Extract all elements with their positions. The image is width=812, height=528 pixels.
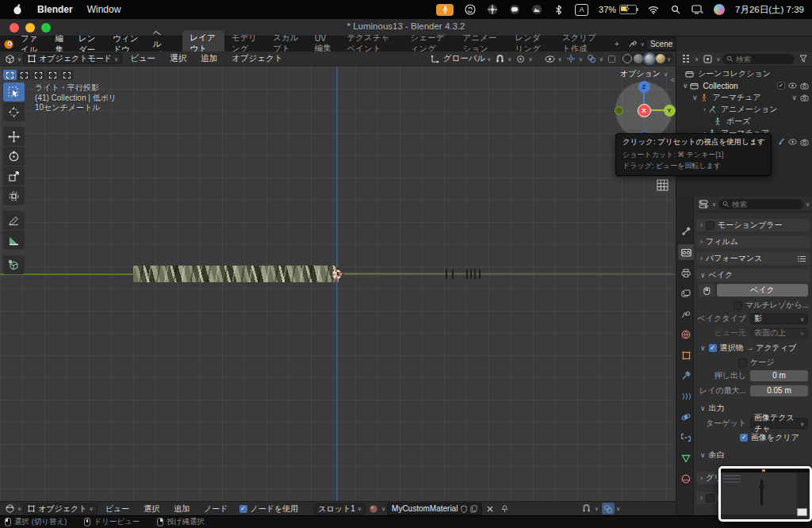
viewport-3d[interactable]: ライト・平行投影 (41) Collection | 低ポリ 10センチメートル… <box>0 67 676 501</box>
panel-motion-blur[interactable]: › モーションブラー <box>696 219 810 231</box>
xray-toggle-button[interactable] <box>606 53 619 65</box>
outliner-row-collection[interactable]: ∨ Collection ✓ <box>676 80 812 91</box>
outliner-search[interactable] <box>722 54 795 64</box>
tool-transform-button[interactable] <box>3 186 25 205</box>
snap-node-dropdown[interactable]: ∨ <box>580 503 599 515</box>
selected-to-active-row[interactable]: ∨ ✓ 選択物 → アクティブ <box>694 342 812 354</box>
pin-icon[interactable] <box>498 503 511 515</box>
tool-scale-button[interactable] <box>3 166 25 186</box>
search-icon[interactable] <box>669 4 681 16</box>
viewport-menu-view[interactable]: ビュー <box>124 53 162 64</box>
blender-logo-icon[interactable] <box>3 38 14 50</box>
menubar-app-name[interactable]: Blender <box>37 4 73 15</box>
properties-search-input[interactable] <box>732 200 799 209</box>
shader-menu-select[interactable]: 選択 <box>137 503 166 515</box>
select-mode-extend-button[interactable] <box>17 70 31 80</box>
mesh-object-lowpoly[interactable] <box>133 266 339 282</box>
select-mode-intersect-button[interactable] <box>60 70 74 80</box>
orthographic-toggle-button[interactable] <box>657 179 669 191</box>
apple-icon[interactable] <box>11 4 23 16</box>
multires-checkbox[interactable] <box>733 301 742 310</box>
clear-image-checkbox[interactable]: ✓ <box>740 434 748 442</box>
input-source-icon[interactable]: A <box>575 4 588 16</box>
outliner-display-mode-icon[interactable] <box>701 53 714 65</box>
gizmos-dropdown[interactable]: ∨ <box>565 53 583 65</box>
add-workspace-button[interactable]: + <box>607 36 626 52</box>
overlays-dropdown[interactable]: ∨ <box>585 53 603 65</box>
exclude-checkbox[interactable]: ✓ <box>777 82 785 90</box>
tab-world-properties[interactable] <box>678 327 694 342</box>
bake-icon[interactable] <box>699 284 714 297</box>
options-dropdown[interactable]: オプション ∨ <box>620 68 668 79</box>
camera-icon[interactable] <box>800 139 809 146</box>
outliner-row-scene-collection[interactable]: シーンコレクション <box>676 68 812 79</box>
obs-icon[interactable] <box>464 4 476 16</box>
tab-render-properties[interactable] <box>678 244 694 260</box>
shading-material-preview-button[interactable] <box>645 54 654 63</box>
tool-add-cube-button[interactable] <box>3 255 25 274</box>
display-mirroring-icon[interactable] <box>691 4 703 16</box>
cage-checkbox[interactable] <box>738 358 747 367</box>
wheel-app-icon[interactable] <box>486 4 498 16</box>
panel-performance[interactable]: › パフォーマンス <box>696 252 810 265</box>
use-nodes-toggle[interactable]: ✓ ノードを使用 <box>239 503 299 515</box>
tab-constraint-properties[interactable] <box>678 430 694 446</box>
tool-cursor-button[interactable] <box>3 102 25 121</box>
shader-menu-view[interactable]: ビュー <box>99 503 136 515</box>
mic-indicator-icon[interactable] <box>436 4 454 16</box>
properties-search[interactable] <box>718 199 803 209</box>
tab-data-properties[interactable] <box>678 450 694 466</box>
tool-annotate-button[interactable] <box>3 211 25 230</box>
chevron-down-icon[interactable]: ∨ <box>791 94 797 101</box>
panel-bake[interactable]: ∨ ベイク <box>696 269 810 281</box>
max-ray-field[interactable]: 0.05 m <box>750 385 808 396</box>
proportional-edit-dropdown[interactable]: ∨ <box>514 53 532 65</box>
viewport-menu-select[interactable]: 選択 <box>163 53 193 64</box>
target-dropdown[interactable]: 画像テクスチャ ∨ <box>750 418 808 429</box>
sidebar-toggle-arrow[interactable]: < <box>671 76 675 84</box>
shader-menu-add[interactable]: 追加 <box>167 503 196 515</box>
shader-editor-type-button[interactable]: ∨ <box>3 503 21 515</box>
tool-rotate-button[interactable] <box>3 147 25 166</box>
menubar-datetime[interactable]: 7月26日(土) 7:39 <box>735 4 804 16</box>
tab-physics-properties[interactable] <box>678 409 694 425</box>
shader-type-dropdown[interactable]: オブジェクト ∨ <box>23 503 98 515</box>
panel-film[interactable]: › フィルム <box>696 235 810 248</box>
screenshot-thumbnail[interactable] <box>718 466 812 522</box>
viewport-menu-object[interactable]: オブジェクト <box>225 53 289 64</box>
outliner-row-pose[interactable]: ポーズ <box>676 116 812 127</box>
chevron-down-icon[interactable]: ∨ <box>692 94 698 101</box>
gizmo-axis-y[interactable]: Y <box>664 105 676 117</box>
margin-subpanel[interactable]: ∨ 余白 <box>694 449 812 461</box>
outliner-row-armature-object[interactable]: ∨ アーマチュア ∨ <box>676 92 812 103</box>
select-mode-subtract-button[interactable] <box>32 70 45 80</box>
copy-material-icon[interactable] <box>470 505 477 513</box>
tab-particle-properties[interactable] <box>678 388 694 404</box>
chevron-down-icon[interactable]: ∨ <box>683 82 688 90</box>
siri-icon[interactable] <box>714 4 725 15</box>
outliner-search-input[interactable] <box>736 55 791 63</box>
outliner-editor-icon[interactable] <box>680 53 692 65</box>
outliner-row-animation[interactable]: › アニメーション <box>676 104 812 115</box>
tab-tool-properties[interactable] <box>678 224 694 239</box>
tab-modifier-properties[interactable] <box>678 368 694 384</box>
tab-output-properties[interactable] <box>678 265 694 281</box>
tool-measure-button[interactable] <box>3 231 25 250</box>
tab-material-properties[interactable] <box>678 471 694 487</box>
bake-button[interactable]: ベイク <box>717 284 808 297</box>
preset-icon[interactable] <box>798 255 806 262</box>
extrusion-field[interactable]: 0 m <box>750 370 808 381</box>
mode-dropdown[interactable]: オブジェクトモード ∨ <box>23 53 122 64</box>
bake-type-dropdown[interactable]: 影 ∨ <box>750 313 808 324</box>
editor-type-button[interactable]: ∨ <box>3 53 21 65</box>
select-mode-set-button[interactable] <box>3 70 17 80</box>
gizmo-axis-z[interactable]: Z <box>638 81 650 93</box>
unlink-material-button[interactable] <box>484 503 496 515</box>
wifi-icon[interactable] <box>647 4 659 16</box>
gizmo-axis-x[interactable]: X <box>638 104 651 117</box>
shading-solid-button[interactable] <box>634 54 643 63</box>
fake-user-shield-icon[interactable] <box>461 505 467 513</box>
tab-object-properties[interactable] <box>678 347 694 363</box>
material-name-field[interactable]: MyCustomMaterial <box>387 503 482 515</box>
shader-overlays-dropdown[interactable]: ∨ <box>602 503 620 515</box>
